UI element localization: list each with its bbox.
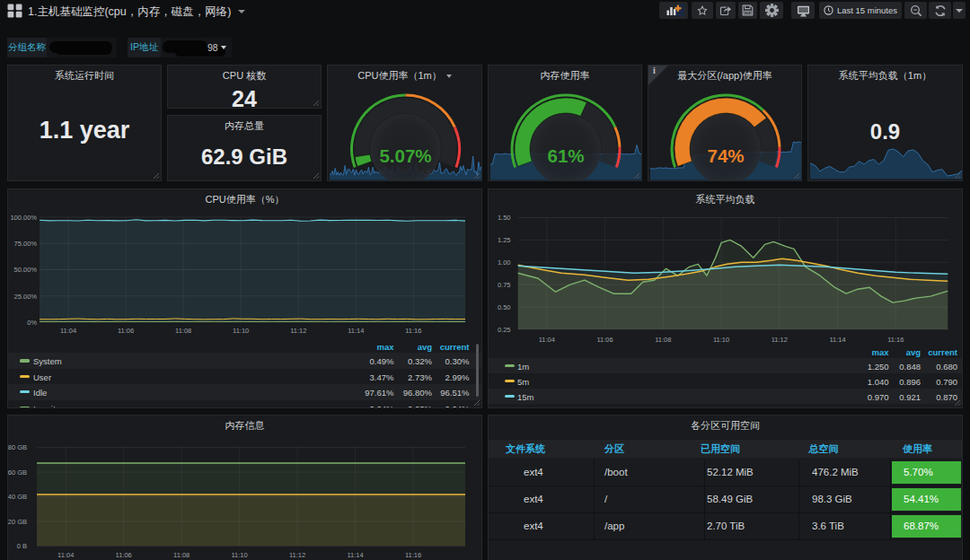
- panel-partition-table: 各分区可用空间 文件系统分区已用空间总空间使用率ext4/boot52.12 M…: [488, 415, 963, 560]
- table-cell: 2.70 TiB: [707, 521, 745, 531]
- x-axis-tick-label: 11:12: [289, 551, 305, 559]
- resize-handle[interactable]: [313, 100, 320, 107]
- x-axis-tick-label: 11:06: [116, 551, 132, 559]
- legend-series-label[interactable]: Idle: [33, 388, 47, 398]
- legend-series-dash-icon[interactable]: [505, 380, 515, 382]
- table-cell: 98.3 GiB: [812, 494, 852, 504]
- variable-value-fragment: 98: [207, 42, 218, 53]
- panel-title[interactable]: CPU 核数: [168, 69, 321, 83]
- panel-title[interactable]: 最大分区(/app)使用率: [648, 69, 801, 83]
- legend-series-dash-icon[interactable]: [20, 390, 30, 393]
- table-column-divider: [594, 459, 595, 486]
- legend-value: 96.51%: [416, 388, 470, 398]
- star-button[interactable]: [692, 2, 713, 19]
- refresh-interval-caret-button[interactable]: [953, 2, 966, 19]
- panel-title[interactable]: 内存使用率: [489, 69, 641, 83]
- tv-mode-button[interactable]: [791, 2, 815, 19]
- legend-series-dash-icon[interactable]: [20, 375, 30, 378]
- y-axis-tick-label: 0.75: [498, 281, 511, 289]
- navbar: 1.主机基础监控(cpu，内存，磁盘，网络): [0, 0, 970, 23]
- legend-series-label[interactable]: 15m: [517, 392, 534, 402]
- dashboard-title[interactable]: 1.主机基础监控(cpu，内存，磁盘，网络): [28, 4, 231, 20]
- table-column-header[interactable]: 分区: [604, 442, 624, 456]
- variable-value-dropdown[interactable]: 98: [161, 38, 232, 57]
- share-button[interactable]: [716, 2, 736, 19]
- table-cell: 3.6 TiB: [812, 521, 844, 531]
- panel-menu-caret-icon: [446, 74, 452, 78]
- save-button[interactable]: [738, 2, 757, 19]
- legend-value: 0.680: [904, 362, 957, 372]
- resize-handle[interactable]: [473, 399, 481, 407]
- y-axis-tick-label: 40 GB: [8, 493, 27, 501]
- add-panel-button[interactable]: [659, 2, 688, 19]
- resize-handle[interactable]: [313, 172, 320, 179]
- table-column-header[interactable]: 使用率: [903, 442, 932, 456]
- legend-value: 0.870: [904, 392, 957, 402]
- panel-load-1m: 系统平均负载（1m） 0.9: [807, 65, 963, 181]
- legend-series-dash-icon[interactable]: [20, 407, 30, 408]
- app-partition-gauge: 74%: [648, 66, 802, 181]
- y-axis-tick-label: 80 GB: [8, 443, 27, 451]
- table-column-divider: [890, 459, 891, 486]
- caret-down-icon: [221, 46, 226, 49]
- table-column-divider: [704, 459, 705, 486]
- y-axis-tick-label: 60 GB: [8, 468, 27, 477]
- legend-column-header[interactable]: current: [904, 347, 957, 357]
- resize-handle[interactable]: [954, 172, 961, 179]
- legend-series-label[interactable]: 1m: [517, 362, 529, 372]
- table-column-divider: [890, 513, 891, 540]
- panel-title[interactable]: CPU使用率（1m）: [328, 69, 481, 83]
- x-axis-tick-label: 11:04: [60, 327, 76, 335]
- sparkline-fill: [810, 149, 962, 179]
- legend-series-label[interactable]: Iowait: [33, 404, 56, 408]
- table-row: ext4/boot52.12 MiB476.2 MiB5.70%: [489, 459, 962, 486]
- y-axis-tick-label: 0.50: [498, 303, 511, 311]
- mem-total-value: 62.9 GiB: [168, 144, 321, 170]
- zoom-out-button[interactable]: [904, 2, 927, 19]
- x-axis-tick-label: 11:06: [118, 327, 134, 335]
- clock-icon: [824, 5, 833, 15]
- legend-column-header[interactable]: current: [416, 342, 470, 352]
- time-range-label: Last 15 minutes: [837, 5, 897, 15]
- x-axis-tick-label: 11:14: [348, 327, 364, 335]
- x-axis-tick-label: 11:08: [655, 336, 671, 344]
- share-icon: [719, 4, 732, 16]
- dashboard-grid-icon[interactable]: [7, 4, 22, 18]
- legend-series-label[interactable]: System: [33, 356, 62, 366]
- refresh-button[interactable]: [929, 2, 951, 19]
- resize-handle[interactable]: [633, 172, 640, 179]
- table-cell-usage: 5.70%: [892, 461, 961, 484]
- table-column-header[interactable]: 已用空间: [701, 442, 740, 456]
- resize-handle[interactable]: [793, 172, 800, 179]
- legend-series-label[interactable]: 5m: [517, 377, 529, 387]
- legend-row: 15m0.9700.9210.870: [489, 389, 962, 404]
- variable-value-dropdown[interactable]: [47, 38, 117, 57]
- panel-app-partition-gauge: 74% i 最大分区(/app)使用率: [648, 65, 802, 181]
- resize-handle[interactable]: [153, 172, 160, 179]
- table-cell: ext4: [524, 521, 543, 531]
- table-column-header[interactable]: 文件系统: [506, 442, 545, 456]
- panel-title[interactable]: 各分区可用空间: [489, 419, 962, 433]
- settings-button[interactable]: [760, 2, 783, 19]
- x-axis-tick-label: 11:08: [175, 327, 191, 335]
- dashboard-title-caret-icon[interactable]: [238, 10, 245, 13]
- panel-title[interactable]: 系统运行时间: [8, 69, 161, 83]
- legend-value: 0.30%: [416, 356, 470, 366]
- panel-title[interactable]: 内存总量: [168, 119, 321, 133]
- y-axis-tick-label: 0%: [27, 319, 37, 327]
- legend-series-dash-icon[interactable]: [505, 395, 515, 398]
- save-icon: [742, 4, 754, 16]
- x-axis-tick-label: 11:04: [539, 336, 555, 344]
- table-column-header[interactable]: 总空间: [809, 442, 839, 456]
- resize-handle[interactable]: [473, 172, 481, 179]
- legend-series-dash-icon[interactable]: [505, 364, 515, 367]
- resize-handle[interactable]: [954, 399, 961, 407]
- legend-series-label[interactable]: User: [33, 372, 51, 382]
- time-range-picker[interactable]: Last 15 minutes: [819, 2, 902, 19]
- y-axis-tick-label: 20 GB: [8, 518, 27, 526]
- table-column-divider: [594, 486, 595, 513]
- legend-scrollbar[interactable]: [476, 344, 479, 397]
- cpu-cores-value: 24: [168, 86, 321, 109]
- panel-mem-total: 内存总量 62.9 GiB: [167, 115, 322, 181]
- legend-series-dash-icon[interactable]: [20, 359, 30, 362]
